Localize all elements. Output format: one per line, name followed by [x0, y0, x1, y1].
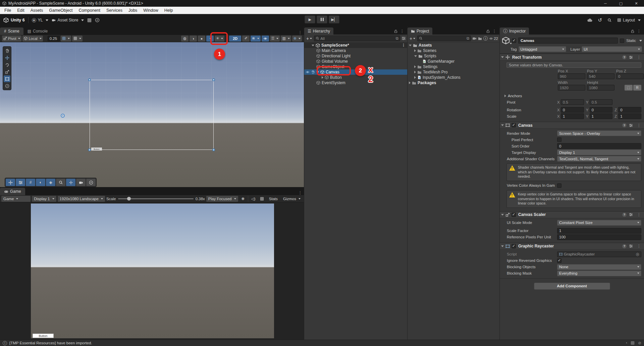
- scale-y-field[interactable]: 1: [590, 113, 613, 119]
- tree-item-scenes[interactable]: Scenes: [408, 48, 499, 53]
- search-icon[interactable]: [607, 18, 612, 22]
- menu-services[interactable]: Services: [103, 8, 125, 13]
- tag-dropdown[interactable]: Untagged: [519, 46, 566, 52]
- sort-order-field[interactable]: 0: [557, 143, 641, 149]
- menu-window[interactable]: Window: [140, 8, 161, 13]
- rotation-x-field[interactable]: 0: [561, 107, 584, 113]
- menu-help[interactable]: Help: [161, 8, 176, 13]
- status-grid-icon[interactable]: [631, 341, 635, 345]
- rect-handle-top-left[interactable]: [88, 78, 91, 81]
- visible-count[interactable]: 22: [489, 37, 498, 41]
- width-field[interactable]: 1920: [558, 85, 585, 91]
- lock-icon[interactable]: [394, 29, 398, 33]
- ignore-reversed-checkbox[interactable]: [557, 258, 561, 263]
- pos-y-field[interactable]: 540: [587, 73, 614, 79]
- shader-channels-dropdown[interactable]: TexCoord1, Normal, Tangent: [557, 156, 641, 162]
- lighting-toggle-button[interactable]: ◑: [190, 36, 197, 42]
- hierarchy-search-input[interactable]: All ⧉: [314, 36, 400, 41]
- graphic-raycaster-header[interactable]: Graphic Raycaster ? ⋮: [500, 243, 644, 250]
- tree-item-canvas[interactable]: Canvas: [304, 69, 407, 75]
- move-tool-button[interactable]: [4, 54, 10, 61]
- package-manager-button[interactable]: [87, 18, 92, 22]
- game-ui-button[interactable]: Button: [33, 334, 54, 338]
- lock-icon[interactable]: [631, 29, 635, 33]
- scene-options-icon[interactable]: ⋮: [400, 43, 407, 48]
- tab-project[interactable]: Project: [408, 27, 432, 35]
- raw-edit-button[interactable]: R: [633, 85, 641, 91]
- menu-file[interactable]: File: [1, 8, 14, 13]
- target-display-dropdown[interactable]: Display 1: [557, 150, 641, 155]
- pos-z-field[interactable]: 0: [616, 73, 644, 79]
- project-add-button[interactable]: +: [409, 36, 416, 41]
- search-expand-icon[interactable]: ⧉: [467, 36, 469, 41]
- gizmos-orientation-dropdown[interactable]: ⊕: [292, 36, 302, 42]
- script-field[interactable]: GraphicRaycaster ◎: [557, 251, 641, 257]
- component-menu-icon[interactable]: ⋮: [635, 123, 643, 128]
- tab-hierarchy[interactable]: ☰ Hierarchy: [304, 27, 333, 35]
- audio-toggle-button[interactable]: ●: [198, 36, 205, 42]
- overlay-layers-button[interactable]: ◈: [46, 179, 55, 186]
- scene-visibility-button[interactable]: [262, 36, 269, 42]
- tree-item-inputsystem-actions[interactable]: ↯ InputSystem_Actions: [408, 75, 499, 80]
- tab-scene[interactable]: # Scene: [0, 27, 23, 35]
- rect-handle-top-right[interactable]: [212, 78, 215, 81]
- tree-item-scene[interactable]: SampleScene* ⋮: [304, 43, 407, 48]
- anchors-foldout[interactable]: Anchors: [500, 93, 644, 99]
- scale-z-field[interactable]: 1: [618, 113, 641, 119]
- help-icon[interactable]: ?: [622, 55, 627, 59]
- tree-item-assets[interactable]: Assets: [408, 43, 499, 48]
- tab-console[interactable]: ▤ Console: [23, 27, 52, 35]
- menu-edit[interactable]: Edit: [14, 8, 28, 13]
- overlay-lighting-button[interactable]: ◐: [36, 179, 45, 186]
- scene-viewport[interactable]: Button # ◐ ◈: [0, 42, 304, 187]
- blocking-mask-dropdown[interactable]: Everything: [557, 271, 641, 276]
- maximize-button[interactable]: ▢: [613, 0, 629, 7]
- minimize-button[interactable]: ─: [598, 0, 613, 7]
- pause-button[interactable]: [317, 15, 327, 23]
- scaler-enabled-checkbox[interactable]: [512, 213, 516, 217]
- view-tool-button[interactable]: [4, 47, 10, 54]
- rotate-tool-button[interactable]: [4, 61, 10, 68]
- gameobject-name-field[interactable]: Canvas: [518, 38, 618, 44]
- scale-slider-knob[interactable]: [127, 197, 131, 200]
- overlay-camera-button[interactable]: [76, 179, 86, 186]
- vsync-icon[interactable]: [258, 196, 266, 202]
- search-expand-icon[interactable]: ⧉: [396, 36, 398, 41]
- scale-slider[interactable]: Scale 0.38x: [106, 197, 205, 201]
- tab-game[interactable]: Game: [0, 188, 25, 195]
- component-menu-icon[interactable]: ⋮: [635, 212, 643, 217]
- gizmo-pen-button[interactable]: ✐: [242, 36, 250, 42]
- mode-2d-button[interactable]: 2D: [229, 36, 241, 42]
- importance-icon[interactable]: !: [483, 36, 488, 41]
- layers-visibility-dropdown[interactable]: ≋: [251, 36, 260, 42]
- display-dropdown[interactable]: Display 1: [32, 196, 56, 202]
- rotation-y-field[interactable]: 0: [590, 107, 613, 113]
- rect-tool-button[interactable]: [4, 75, 10, 82]
- rotation-z-field[interactable]: 0: [618, 107, 641, 113]
- pivot-x-field[interactable]: 0.5: [561, 99, 584, 105]
- presets-icon[interactable]: [629, 213, 633, 217]
- stats-button[interactable]: Stats: [267, 196, 280, 202]
- rect-handle-bottom-left[interactable]: [88, 149, 91, 151]
- cloud-icon[interactable]: [586, 18, 592, 22]
- shading-mode-button[interactable]: ◍: [181, 36, 189, 42]
- effects-toggle-button[interactable]: ◔: [206, 36, 214, 42]
- visibility-eye-icon[interactable]: [306, 70, 310, 74]
- frame-debugger-icon[interactable]: ❋: [239, 196, 247, 202]
- step-button[interactable]: ▶▏: [329, 15, 339, 23]
- tree-item-global-volume[interactable]: Global Volume: [304, 59, 407, 64]
- tree-item-eventsystem[interactable]: EventSystem: [304, 80, 407, 85]
- asset-filter-icon[interactable]: [472, 36, 477, 41]
- canvas-component-header[interactable]: Canvas ? ⋮: [500, 122, 644, 129]
- pos-x-field[interactable]: 960: [558, 73, 585, 79]
- pixel-perfect-checkbox[interactable]: [557, 137, 561, 142]
- overlay-gizmo-button[interactable]: [66, 179, 75, 186]
- presets-icon[interactable]: [629, 244, 633, 248]
- pickability-hand-icon[interactable]: [311, 70, 315, 74]
- reference-ppu-field[interactable]: 100: [557, 234, 641, 240]
- menu-jobs[interactable]: Jobs: [125, 8, 140, 13]
- raycaster-enabled-checkbox[interactable]: [512, 244, 516, 248]
- blocking-objects-dropdown[interactable]: None: [557, 264, 641, 270]
- vertex-color-checkbox[interactable]: [557, 183, 561, 188]
- lock-icon[interactable]: [486, 29, 490, 33]
